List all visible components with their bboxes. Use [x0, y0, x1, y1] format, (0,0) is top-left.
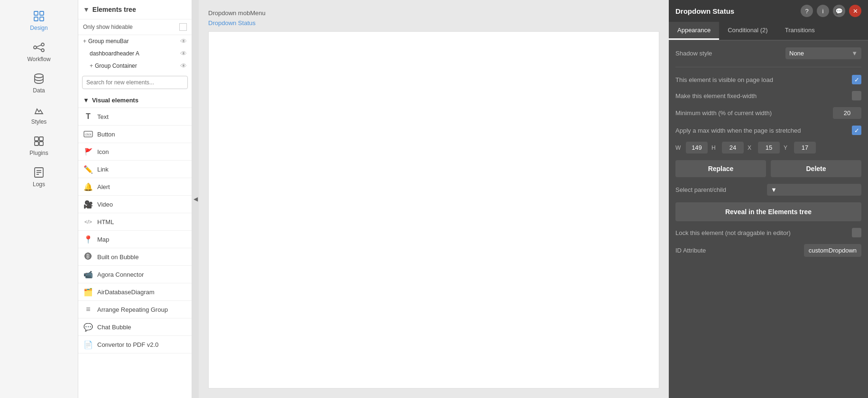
element-label-html: HTML [97, 218, 114, 226]
collapse-handle[interactable]: ◀ [192, 0, 199, 398]
element-label-video: Video [97, 201, 113, 208]
sidebar-item-data[interactable]: Data [0, 67, 78, 99]
search-elements-input[interactable] [82, 76, 188, 89]
select-parent-dropdown[interactable]: ▼ [767, 184, 861, 196]
only-show-checkbox[interactable] [179, 23, 187, 31]
styles-icon [32, 103, 46, 117]
right-panel-header: Dropdown Status ? i 💬 ✕ [669, 0, 868, 22]
element-label-icon: Icon [97, 148, 109, 155]
chat-bubble-icon: 💬 [83, 322, 93, 332]
only-show-label: Only show hideable [83, 24, 133, 30]
visual-elements-arrow: ▼ [83, 97, 89, 104]
alert-element-icon: 🔔 [83, 181, 93, 192]
element-item-alert[interactable]: 🔔 Alert [78, 178, 192, 196]
element-item-air-db[interactable]: 🗂️ AirDatabaseDiagram [78, 283, 192, 301]
elements-tree-panel: ▼ Elements tree Only show hideable + Gro… [78, 0, 192, 398]
element-item-pdf[interactable]: 📄 Convertor to PDF v2.0 [78, 336, 192, 353]
max-width-label: Apply a max width when the page is stret… [675, 127, 801, 134]
design-icon [32, 9, 46, 23]
eye-icon-menubar[interactable]: 👁 [180, 37, 187, 45]
map-element-icon: 📍 [83, 234, 93, 244]
tree-item-group-menubar[interactable]: + Group menuBar 👁 [78, 35, 192, 47]
fixed-width-toggle[interactable] [852, 91, 861, 100]
tree-item-group-container[interactable]: + Group Container 👁 [78, 60, 192, 72]
min-width-input[interactable] [833, 107, 861, 119]
divider-1 [675, 67, 861, 67]
sidebar-item-plugins[interactable]: Plugins [0, 130, 78, 161]
tab-appearance[interactable]: Appearance [669, 22, 719, 40]
header-icons: ? i 💬 ✕ [801, 5, 861, 17]
eye-icon-container[interactable]: 👁 [180, 62, 187, 70]
tab-conditional[interactable]: Conditional (2) [719, 22, 776, 40]
help-icon-btn[interactable]: ? [801, 5, 813, 17]
element-item-button[interactable]: click Button [78, 126, 192, 143]
width-input[interactable] [686, 142, 708, 154]
svg-text:click: click [85, 133, 92, 136]
panel-header: ▼ Elements tree [78, 0, 192, 19]
eye-icon-dashboardheader[interactable]: 👁 [180, 50, 187, 57]
max-width-toggle[interactable]: ✓ [852, 126, 861, 135]
link-element-icon: ✏️ [83, 164, 93, 174]
select-parent-chevron: ▼ [771, 186, 777, 193]
breadcrumb-text: Dropdown mobMenu [208, 9, 266, 17]
visible-toggle[interactable]: ✓ [852, 75, 861, 84]
element-item-link[interactable]: ✏️ Link [78, 161, 192, 178]
element-label-button: Button [97, 131, 115, 138]
svg-point-4 [34, 46, 37, 49]
agora-element-icon: 📹 [83, 269, 93, 280]
visible-label: This element is visible on page load [675, 76, 773, 83]
plugins-icon [32, 135, 46, 148]
replace-button[interactable]: Replace [675, 160, 766, 177]
svg-point-5 [41, 43, 44, 46]
info-icon-btn[interactable]: i [817, 5, 829, 17]
element-item-map[interactable]: 📍 Map [78, 231, 192, 248]
svg-rect-10 [35, 137, 38, 141]
reveal-button[interactable]: Reveal in the Elements tree [675, 202, 861, 221]
right-panel: Dropdown Status ? i 💬 ✕ Appearance Condi… [669, 0, 868, 398]
element-item-text[interactable]: T Text [78, 108, 192, 126]
element-item-html[interactable]: </> HTML [78, 213, 192, 231]
fixed-width-row: Make this element fixed-width [675, 91, 861, 100]
element-item-icon[interactable]: 🚩 Icon [78, 143, 192, 161]
element-item-chat-bubble[interactable]: 💬 Chat Bubble [78, 318, 192, 336]
element-label-link: Link [97, 166, 109, 173]
panel-title: Elements tree [92, 6, 136, 13]
sidebar-item-workflow[interactable]: Workflow [0, 36, 78, 67]
shadow-style-row: Shadow style None ▼ [675, 47, 861, 59]
lock-toggle[interactable] [852, 228, 861, 237]
element-item-built-on-bubble[interactable]: 🅑 Built on Bubble [78, 248, 192, 266]
x-input[interactable] [758, 142, 780, 154]
id-attribute-value[interactable]: customDropdown [804, 244, 861, 257]
sidebar-logs-label: Logs [33, 181, 45, 188]
shadow-style-select[interactable]: None ▼ [785, 47, 861, 59]
lock-label: Lock this element (not draggable in edit… [675, 229, 791, 236]
h-label: H [711, 145, 718, 151]
svg-rect-12 [35, 142, 38, 145]
data-icon [32, 72, 46, 85]
visible-toggle-row: This element is visible on page load ✓ [675, 75, 861, 84]
canvas-active-link[interactable]: Dropdown Status [208, 19, 256, 27]
element-item-arrange-rg[interactable]: ≡ Arrange Repeating Group [78, 301, 192, 318]
left-sidebar: Design Workflow Data Styles P [0, 0, 78, 398]
id-attribute-row: ID Attribute customDropdown [675, 244, 861, 257]
element-item-agora[interactable]: 📹 Agora Connector [78, 266, 192, 283]
chat-icon-btn[interactable]: 💬 [833, 5, 845, 17]
canvas-content [208, 31, 659, 389]
sidebar-item-design[interactable]: Design [0, 5, 78, 36]
logs-icon [32, 166, 46, 179]
y-input[interactable] [794, 142, 816, 154]
delete-button[interactable]: Delete [771, 160, 861, 177]
element-label-text: Text [97, 113, 109, 120]
sidebar-item-logs[interactable]: Logs [0, 161, 78, 192]
max-width-row: Apply a max width when the page is stret… [675, 126, 861, 135]
close-button[interactable]: ✕ [849, 5, 861, 17]
tree-item-dashboardheader[interactable]: dashboardheader A 👁 [78, 47, 192, 60]
height-input[interactable] [722, 142, 744, 154]
sidebar-item-styles[interactable]: Styles [0, 99, 78, 130]
workflow-icon [32, 41, 46, 54]
element-item-video[interactable]: 🎥 Video [78, 196, 192, 213]
lock-row: Lock this element (not draggable in edit… [675, 228, 861, 237]
tab-transitions[interactable]: Transitions [776, 22, 823, 40]
svg-rect-11 [39, 137, 43, 141]
sidebar-workflow-label: Workflow [27, 56, 50, 63]
